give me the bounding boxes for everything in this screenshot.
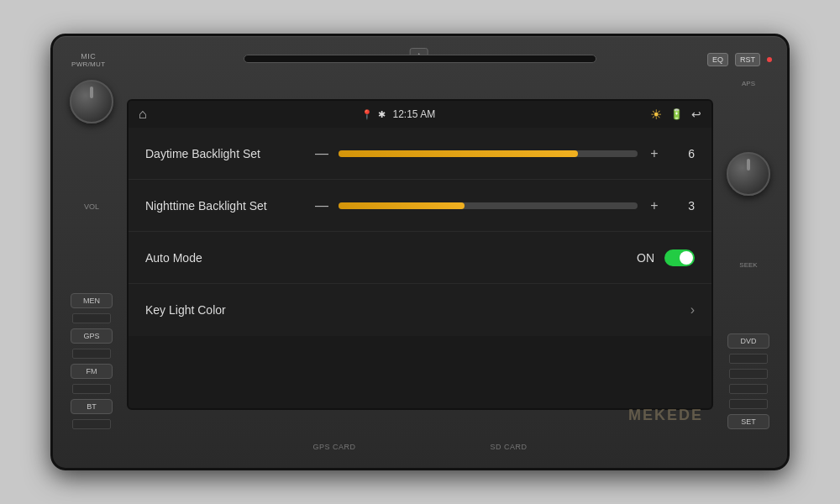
bt-indicator (72, 419, 111, 429)
sd-card-label: SD CARD (491, 443, 528, 451)
android-status-bar: ⌂ 📍 ✱ 12:15 AM ☀ 🔋 ↩ (129, 101, 711, 128)
mic-area: MIC PWR/MUT (71, 52, 105, 68)
daytime-slider-area: — + 6 (313, 146, 695, 161)
daytime-label: Daytime Backlight Set (145, 147, 313, 160)
gps-card-label: GPS CARD (312, 443, 355, 451)
nighttime-slider-area: — + 3 (313, 198, 695, 213)
men-button[interactable]: MEN (71, 293, 113, 308)
nighttime-value: 3 (678, 199, 695, 213)
clock: 12:15 AM (392, 108, 435, 120)
main-row: VOL MEN GPS FM BT ⌂ 📍 ✱ (63, 75, 777, 434)
car-unit: MIC PWR/MUT EQ RST VOL MEN GPS FM BT (50, 34, 790, 470)
left-panel: VOL MEN GPS FM BT (63, 76, 120, 433)
nighttime-minus-button[interactable]: — (313, 198, 330, 213)
nighttime-slider-fill (339, 202, 465, 209)
bluetooth-icon: ✱ (378, 109, 386, 120)
daytime-slider-track[interactable] (339, 150, 638, 157)
screen: ⌂ 📍 ✱ 12:15 AM ☀ 🔋 ↩ Dayt (127, 99, 713, 410)
settings-content: Daytime Backlight Set — + 6 Nighttime Ba… (129, 128, 711, 336)
cd-slot (244, 55, 596, 63)
seek-knob[interactable] (727, 152, 770, 196)
auto-mode-status: ON (637, 251, 654, 265)
back-icon[interactable]: ↩ (691, 108, 701, 121)
auto-mode-right: ON (637, 249, 695, 266)
extra-button[interactable] (729, 399, 768, 409)
eq-button[interactable]: EQ (707, 53, 728, 66)
daytime-value: 6 (678, 147, 695, 160)
seek-label: SEEK (739, 261, 757, 269)
status-icons: 📍 ✱ (361, 109, 386, 120)
right-panel: APS SEEK DVD SET (720, 76, 777, 433)
vol-label: VOL (84, 202, 99, 211)
fm-button[interactable]: FM (71, 364, 113, 379)
nighttime-plus-button[interactable]: + (646, 198, 663, 213)
aps-label: APS (742, 80, 755, 87)
auto-mode-label: Auto Mode (145, 251, 313, 265)
key-light-color-label: Key Light Color (145, 303, 313, 317)
right-buttons: DVD SET (727, 333, 769, 429)
fast-forward-button[interactable] (729, 384, 768, 394)
pwr-label: PWR/MUT (71, 60, 105, 68)
brightness-icon: ☀ (650, 107, 662, 123)
nighttime-label: Nighttime Backlight Set (145, 199, 313, 213)
daytime-backlight-row: Daytime Backlight Set — + 6 (129, 128, 711, 180)
nighttime-slider-track[interactable] (339, 202, 638, 209)
location-icon: 📍 (361, 109, 373, 120)
daytime-minus-button[interactable]: — (313, 146, 330, 161)
rst-dot (767, 57, 772, 62)
bottom-strip: GPS CARD SD CARD (63, 434, 777, 459)
volume-knob[interactable] (70, 80, 113, 123)
battery-icon: 🔋 (670, 108, 683, 120)
nighttime-backlight-row: Nighttime Backlight Set — + 3 (129, 180, 711, 232)
chevron-right-icon: › (690, 302, 695, 318)
daytime-plus-button[interactable]: + (646, 146, 663, 161)
key-light-color-row[interactable]: Key Light Color › (129, 284, 711, 336)
left-buttons: MEN GPS FM BT (71, 293, 113, 429)
gps-indicator (72, 349, 111, 359)
set-button[interactable]: SET (727, 414, 769, 429)
men-indicator (72, 313, 111, 323)
auto-mode-row: Auto Mode ON (129, 232, 711, 284)
rst-button[interactable]: RST (735, 53, 760, 66)
status-center: 📍 ✱ 12:15 AM (361, 108, 435, 120)
top-strip: MIC PWR/MUT EQ RST (63, 45, 777, 75)
bt-button[interactable]: BT (71, 399, 113, 414)
home-icon[interactable]: ⌂ (139, 107, 147, 122)
fm-indicator (72, 384, 111, 394)
mic-label: MIC (81, 52, 96, 60)
gps-button[interactable]: GPS (71, 328, 113, 344)
auto-mode-toggle[interactable] (664, 249, 695, 266)
daytime-slider-fill (339, 150, 578, 157)
prev-track-button[interactable] (729, 354, 768, 364)
top-right-buttons: EQ RST (707, 53, 772, 66)
next-track-button[interactable] (729, 369, 768, 379)
status-right: ☀ 🔋 ↩ (650, 107, 701, 123)
dvd-button[interactable]: DVD (727, 333, 769, 349)
